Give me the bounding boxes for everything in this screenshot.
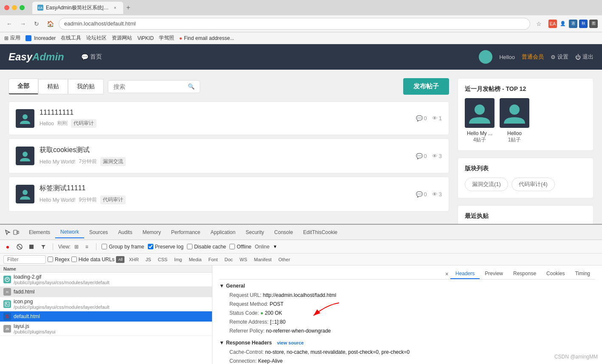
- filter-img[interactable]: Img: [172, 256, 184, 263]
- clear-btn[interactable]: [27, 243, 36, 251]
- filter-other[interactable]: Other: [276, 256, 293, 263]
- tab-audits[interactable]: Audits: [113, 227, 137, 238]
- tab-sources[interactable]: Sources: [84, 227, 113, 238]
- filter-js[interactable]: JS: [143, 256, 154, 263]
- detail-close-btn[interactable]: ×: [444, 269, 450, 279]
- stop-btn[interactable]: [15, 243, 24, 251]
- list-item[interactable]: H fadd.html: [0, 287, 212, 297]
- filter-manifest[interactable]: Manifest: [252, 256, 274, 263]
- tab-console[interactable]: Console: [269, 227, 298, 238]
- offline-checkbox[interactable]: [229, 244, 235, 249]
- hide-data-urls-checkbox[interactable]: [71, 257, 77, 262]
- network-filter-input[interactable]: [3, 255, 46, 264]
- group-by-frame-checkbox[interactable]: [102, 244, 107, 249]
- list-item[interactable]: 111111111 Helloo 刚刚 代码审计 💬 0: [8, 102, 449, 135]
- search-input[interactable]: [113, 83, 188, 90]
- preserve-log-label[interactable]: Preserve log: [148, 244, 184, 250]
- ext-icon-2[interactable]: 👤: [559, 20, 567, 28]
- hide-data-urls-label[interactable]: Hide data URLs: [71, 257, 115, 262]
- filter-media[interactable]: Media: [186, 256, 204, 263]
- top-user-2[interactable]: Helloo 1贴子: [500, 98, 529, 144]
- filter-featured-btn[interactable]: 精贴: [38, 79, 68, 94]
- ext-icon-5[interactable]: 图: [589, 20, 598, 28]
- bookmark-forum[interactable]: 论坛社区: [86, 34, 107, 42]
- tab-memory[interactable]: Memory: [137, 227, 166, 238]
- offline-label[interactable]: Offline: [229, 244, 251, 250]
- bookmark-driving[interactable]: 学驾照: [159, 34, 174, 42]
- response-collapse-arrow[interactable]: ▼: [219, 340, 224, 346]
- tab-elements[interactable]: Elements: [24, 227, 55, 238]
- detail-tab-cookies[interactable]: Cookies: [541, 269, 570, 279]
- refresh-btn[interactable]: ↻: [31, 19, 42, 29]
- list-item[interactable]: loading-2.gif /public//plugins/layui/css…: [0, 273, 212, 287]
- settings-btn[interactable]: ⚙ 设置: [551, 53, 568, 61]
- view-source-link[interactable]: view source: [277, 340, 304, 345]
- filter-all-btn[interactable]: 全部: [8, 79, 38, 94]
- detail-tab-timing[interactable]: Timing: [570, 269, 595, 279]
- list-item[interactable]: icon.png /public//plugins/layui/css/modu…: [0, 297, 212, 311]
- filter-icon-btn[interactable]: [39, 243, 48, 251]
- new-tab-btn[interactable]: +: [123, 3, 133, 13]
- device-toolbar-btn[interactable]: [12, 228, 20, 237]
- bookmark-star-btn[interactable]: ☆: [536, 20, 542, 27]
- list-item[interactable]: 获取cookies测试 Hello My World! 7分钟前 漏洞交流 💬 …: [8, 138, 449, 173]
- block-tag-2[interactable]: 代码审计(4): [512, 178, 555, 191]
- filter-mine-btn[interactable]: 我的贴: [68, 79, 104, 94]
- filter-font[interactable]: Font: [206, 256, 220, 263]
- ext-icon-4[interactable]: 秋: [579, 20, 588, 28]
- bookmark-resources[interactable]: 资源网站: [112, 34, 132, 42]
- regex-checkbox[interactable]: [48, 257, 53, 262]
- back-btn[interactable]: ←: [4, 19, 14, 29]
- group-by-frame-label[interactable]: Group by frame: [102, 244, 144, 250]
- detail-tab-response[interactable]: Response: [508, 269, 541, 279]
- logout-btn[interactable]: ⏻ 退出: [575, 53, 594, 61]
- detail-tab-headers[interactable]: Headers: [450, 269, 480, 279]
- tab-application[interactable]: Application: [205, 227, 240, 238]
- dropdown-arrow[interactable]: ▼: [273, 244, 277, 249]
- url-input[interactable]: eadmin.localhost/default.html: [59, 18, 530, 30]
- filter-css[interactable]: CSS: [155, 256, 170, 263]
- home-btn[interactable]: 🏠: [45, 19, 55, 29]
- disable-cache-checkbox[interactable]: [187, 244, 192, 249]
- tab-close-btn[interactable]: ×: [112, 5, 118, 11]
- nav-home[interactable]: 💬 首页: [81, 53, 102, 61]
- list-item[interactable]: S default.html: [0, 311, 212, 322]
- ea-header: EasyAdmin 💬 首页 Helloo 普通会员 ⚙ 设置 ⏻ 退出: [0, 44, 602, 70]
- ext-icon-3[interactable]: 憲: [569, 20, 577, 28]
- disable-cache-label[interactable]: Disable cache: [187, 244, 226, 250]
- browser-tab[interactable]: EA EasyAdmin极简社区系统|一个T... ×: [32, 2, 123, 14]
- list-item[interactable]: JS layui.js /public//plugins/layui: [0, 322, 212, 336]
- tab-performance[interactable]: Performance: [166, 227, 206, 238]
- list-item[interactable]: 标签测试11111 Hello My World! 9分钟前 代码审计 💬 0: [8, 177, 449, 212]
- minimize-window-btn[interactable]: [12, 5, 17, 10]
- search-box[interactable]: 🔍: [108, 80, 200, 93]
- maximize-window-btn[interactable]: [20, 5, 25, 10]
- forward-btn[interactable]: →: [18, 19, 28, 29]
- tab-security[interactable]: Security: [240, 227, 269, 238]
- bookmark-inoreader[interactable]: Inoreader: [25, 35, 56, 41]
- bookmark-email[interactable]: ● Find email addresse...: [179, 35, 234, 41]
- block-tag-1[interactable]: 漏洞交流(1): [465, 178, 508, 191]
- comment-count: 💬 0: [416, 191, 427, 198]
- tab-editthiscookie[interactable]: EditThisCookie: [298, 227, 343, 238]
- tab-network[interactable]: Network: [55, 226, 84, 238]
- preserve-log-checkbox[interactable]: [148, 244, 153, 249]
- record-btn[interactable]: ●: [3, 243, 12, 251]
- filter-doc[interactable]: Doc: [222, 256, 235, 263]
- regex-label[interactable]: Regex: [48, 257, 70, 262]
- top-user-1[interactable]: Hello My ... 4贴子: [465, 98, 495, 144]
- list-view-btn[interactable]: ≡: [82, 243, 91, 251]
- close-window-btn[interactable]: [4, 5, 9, 10]
- collapse-arrow[interactable]: ▼: [219, 283, 224, 289]
- bookmark-tools[interactable]: 在线工具: [61, 34, 81, 42]
- filter-xhr[interactable]: XHR: [126, 256, 141, 263]
- detail-tab-preview[interactable]: Preview: [480, 269, 508, 279]
- ext-icon-1[interactable]: EA: [548, 20, 557, 28]
- inspect-element-btn[interactable]: [3, 228, 12, 237]
- post-button[interactable]: 发布帖子: [403, 78, 449, 95]
- bookmark-vipkid[interactable]: ViPKID: [137, 35, 153, 41]
- all-filter-badge[interactable]: All: [116, 256, 124, 263]
- grid-view-btn[interactable]: ⊞: [72, 243, 81, 251]
- filter-ws[interactable]: WS: [237, 256, 250, 263]
- bookmark-apps[interactable]: ⊞ 应用: [4, 34, 20, 42]
